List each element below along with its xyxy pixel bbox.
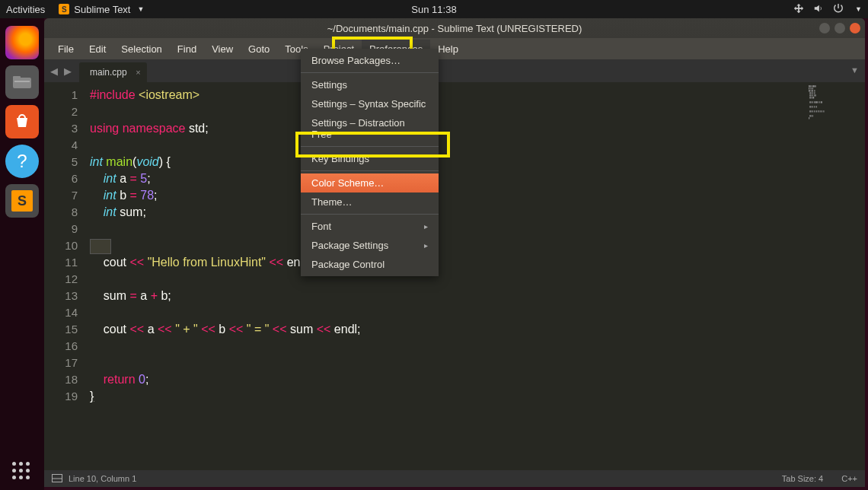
tab-prev-icon[interactable]: ◀ <box>47 65 61 77</box>
menubar: File Edit Selection Find View Goto Tools… <box>44 38 865 59</box>
svg-rect-0 <box>13 78 31 88</box>
close-button[interactable] <box>850 23 860 33</box>
code-area[interactable]: #include <iostream> using namespace std;… <box>85 82 865 470</box>
line-number: 9 <box>44 221 78 237</box>
dropdown-item[interactable]: Theme… <box>301 192 439 212</box>
line-number: 2 <box>44 103 78 120</box>
cursor-line <box>90 239 111 254</box>
dropdown-item-label: Settings – Syntax Specific <box>311 98 426 110</box>
dropdown-item[interactable]: Font▸ <box>301 217 439 236</box>
line-number: 12 <box>44 271 78 288</box>
dropdown-item[interactable]: Browse Packages… <box>301 51 439 70</box>
svg-rect-1 <box>13 76 21 79</box>
tab-next-icon[interactable]: ▶ <box>61 65 75 77</box>
line-number: 19 <box>44 388 78 405</box>
separator <box>301 146 439 147</box>
separator <box>301 214 439 215</box>
line-number: 16 <box>44 338 78 355</box>
minimap[interactable]: ███ ████ █ █ █ ██ ██ █ ██ █ █ ██ █ ██ ██… <box>804 82 865 470</box>
line-number: 11 <box>44 254 78 271</box>
dropdown-item-label: Key Bindings <box>311 153 369 164</box>
activities-button[interactable]: Activities <box>6 4 45 15</box>
chevron-down-icon: ▼ <box>855 5 862 13</box>
maximize-button[interactable] <box>834 23 845 33</box>
menu-file[interactable]: File <box>50 40 81 59</box>
status-tab-size[interactable]: Tab Size: 4 <box>782 474 823 483</box>
menu-selection[interactable]: Selection <box>113 40 169 59</box>
menu-view[interactable]: View <box>204 40 241 59</box>
dropdown-item-label: Font <box>311 221 331 232</box>
dropdown-item[interactable]: Settings <box>301 75 439 94</box>
dropdown-item[interactable]: Color Scheme… <box>301 173 439 192</box>
dropdown-item-label: Color Scheme… <box>311 177 384 189</box>
firefox-launcher[interactable] <box>5 26 39 59</box>
dropdown-item-label: Settings – Distraction Free <box>311 117 428 140</box>
sublime-window: ~/Documents/main.cpp - Sublime Text (UNR… <box>44 18 865 487</box>
line-number: 6 <box>44 170 78 187</box>
separator <box>301 170 439 171</box>
dropdown-item-label: Browse Packages… <box>311 55 400 66</box>
minimize-button[interactable] <box>819 23 830 33</box>
line-number: 5 <box>44 154 78 170</box>
dropdown-item-label: Settings <box>311 79 347 91</box>
line-number: 7 <box>44 187 78 204</box>
statusbar: Line 10, Column 1 Tab Size: 4 C++ <box>44 470 865 487</box>
tab-main-cpp[interactable]: main.cpp × <box>79 62 147 82</box>
panel-switcher-icon[interactable] <box>52 474 62 484</box>
gnome-topbar: Activities S Sublime Text ▼ Sun 11:38 ▼ <box>0 0 868 18</box>
minimap-content: ███ ████ █ █ █ ██ ██ █ ██ █ █ ██ █ ██ ██… <box>804 82 865 123</box>
line-number: 13 <box>44 288 78 304</box>
app-menu[interactable]: S Sublime Text ▼ <box>59 4 144 15</box>
network-icon[interactable] <box>793 3 804 16</box>
software-center-launcher[interactable] <box>5 105 39 138</box>
volume-icon[interactable] <box>813 3 824 16</box>
sublime-launcher[interactable]: S <box>5 184 39 218</box>
dropdown-item-label: Package Control <box>311 259 385 270</box>
close-icon[interactable]: × <box>136 68 140 77</box>
preferences-dropdown: Browse Packages…SettingsSettings – Synta… <box>301 49 439 276</box>
line-number: 4 <box>44 137 78 154</box>
chevron-down-icon: ▼ <box>137 5 144 13</box>
chevron-right-icon: ▸ <box>424 241 428 250</box>
dropdown-item[interactable]: Package Control <box>301 255 439 274</box>
sublime-icon: S <box>59 4 69 14</box>
svg-rect-2 <box>14 81 30 82</box>
line-number: 15 <box>44 321 78 338</box>
tab-label: main.cpp <box>90 67 127 78</box>
window-title: ~/Documents/main.cpp - Sublime Text (UNR… <box>327 23 582 34</box>
show-applications-button[interactable] <box>12 462 30 479</box>
line-gutter: 12345678910111213141516171819 <box>44 82 85 470</box>
line-number: 18 <box>44 371 78 388</box>
editor[interactable]: 12345678910111213141516171819 #include <… <box>44 82 865 470</box>
clock[interactable]: Sun 11:38 <box>411 4 456 15</box>
line-number: 3 <box>44 120 78 137</box>
line-number: 8 <box>44 204 78 221</box>
menu-edit[interactable]: Edit <box>81 40 113 59</box>
chevron-right-icon: ▸ <box>424 222 428 231</box>
menu-find[interactable]: Find <box>170 40 204 59</box>
tab-overflow-icon[interactable]: ▼ <box>850 65 859 75</box>
dropdown-item[interactable]: Package Settings▸ <box>301 236 439 255</box>
line-number: 10 <box>44 237 78 254</box>
help-launcher[interactable]: ? <box>5 145 39 178</box>
dropdown-item[interactable]: Key Bindings <box>301 149 439 168</box>
dropdown-item[interactable]: Settings – Distraction Free <box>301 113 439 144</box>
status-position[interactable]: Line 10, Column 1 <box>69 474 136 483</box>
files-launcher[interactable] <box>5 65 39 99</box>
line-number: 14 <box>44 304 78 321</box>
ubuntu-dock: ? S <box>0 18 44 490</box>
tab-bar: ◀ ▶ main.cpp × ▼ <box>44 59 865 82</box>
menu-goto[interactable]: Goto <box>241 40 277 59</box>
window-titlebar[interactable]: ~/Documents/main.cpp - Sublime Text (UNR… <box>44 18 865 38</box>
separator <box>301 72 439 73</box>
sublime-icon: S <box>11 190 33 212</box>
dropdown-item-label: Theme… <box>311 196 352 208</box>
line-number: 1 <box>44 87 78 103</box>
line-number: 17 <box>44 355 78 371</box>
status-syntax[interactable]: C++ <box>841 474 857 483</box>
power-icon[interactable] <box>833 3 844 16</box>
dropdown-item[interactable]: Settings – Syntax Specific <box>301 94 439 113</box>
dropdown-item-label: Package Settings <box>311 240 388 251</box>
